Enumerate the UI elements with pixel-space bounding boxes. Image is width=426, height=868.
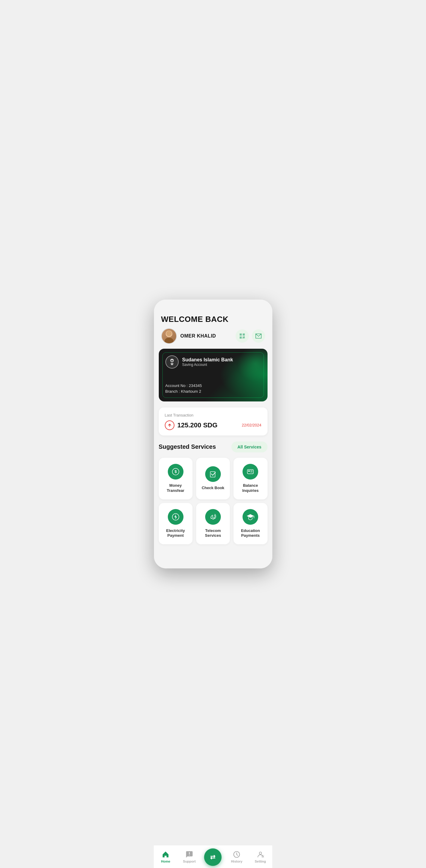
transaction-section: Last Transaction 125.200 SDG 22/02/2024 xyxy=(159,407,267,435)
check-book-label: Check Book xyxy=(202,486,224,491)
bank-info: Sudanes Islamic Bank Saving Account xyxy=(182,357,233,367)
user-info: OMER KHALID xyxy=(161,328,216,344)
electricity-icon-bg xyxy=(168,509,184,525)
balance-inquiries-label: Balance Inquiries xyxy=(236,483,264,493)
account-no-value: 234345 xyxy=(189,383,202,388)
account-no-line: Account No : 234345 xyxy=(165,383,261,388)
money-transfer-label: Money Transfear xyxy=(162,483,190,493)
card-details: Account No : 234345 Branch : Khartoum 2 xyxy=(165,383,261,395)
money-transfer-icon-bg: $ xyxy=(168,464,184,479)
card-section: Sudanes Islamic Bank Saving Account Acco… xyxy=(154,349,272,401)
service-electricity[interactable]: Electricity Payment xyxy=(159,503,193,545)
education-label: Education Payments xyxy=(236,528,264,538)
bank-name: Sudanes Islamic Bank xyxy=(182,357,233,363)
service-check-book[interactable]: Check Book xyxy=(196,458,230,499)
service-education[interactable]: Education Payments xyxy=(233,503,267,545)
branch-label: Branch : xyxy=(165,389,181,394)
telecom-icon xyxy=(209,513,217,521)
svg-text:$: $ xyxy=(174,469,177,474)
electricity-icon xyxy=(171,513,180,521)
check-book-icon-bg xyxy=(205,466,221,482)
branch-value: Khartoum 2 xyxy=(181,389,201,394)
branch-line: Branch : Khartoum 2 xyxy=(165,389,261,394)
svg-rect-20 xyxy=(210,472,215,477)
check-book-icon xyxy=(209,470,217,478)
avatar xyxy=(161,328,177,344)
services-header: Suggested Services All Services xyxy=(159,441,267,453)
svg-rect-12 xyxy=(242,337,243,337)
amount-text: 125.200 SDG xyxy=(177,421,218,429)
account-no-label: Account No : xyxy=(165,383,189,388)
transaction-label: Last Transaction xyxy=(165,413,262,417)
account-type: Saving Account xyxy=(182,363,233,367)
services-title: Suggested Services xyxy=(159,443,216,450)
transaction-row: 125.200 SDG 22/02/2024 xyxy=(165,421,262,430)
welcome-title: WELCOME BACK xyxy=(161,315,265,324)
svg-rect-11 xyxy=(240,337,241,338)
service-money-transfer[interactable]: $ Money Transfear xyxy=(159,458,193,499)
telecom-label: Telecom Services xyxy=(199,528,227,538)
card-content: Sudanes Islamic Bank Saving Account Acco… xyxy=(165,355,261,395)
education-icon xyxy=(246,513,255,521)
balance-inquiries-icon xyxy=(246,467,255,476)
svg-rect-10 xyxy=(243,334,244,335)
svg-rect-22 xyxy=(248,470,250,472)
all-services-button[interactable]: All Services xyxy=(231,441,267,453)
svg-rect-13 xyxy=(243,337,244,337)
header: WELCOME BACK OMER KHALID xyxy=(154,300,272,349)
bank-card[interactable]: Sudanes Islamic Bank Saving Account Acco… xyxy=(159,349,267,401)
svg-point-2 xyxy=(166,331,171,336)
electricity-label: Electricity Payment xyxy=(162,528,190,538)
money-transfer-icon: $ xyxy=(171,467,180,476)
qr-button[interactable] xyxy=(236,330,249,343)
mail-button[interactable] xyxy=(252,330,265,343)
svg-rect-14 xyxy=(242,337,243,338)
transaction-date: 22/02/2024 xyxy=(241,423,261,427)
balance-inquiries-icon-bg xyxy=(242,464,258,479)
bank-logo-icon xyxy=(168,358,176,366)
service-balance-inquiries[interactable]: Balance Inquiries xyxy=(233,458,267,499)
avatar-image xyxy=(162,329,176,343)
user-row: OMER KHALID xyxy=(161,328,265,344)
mail-icon xyxy=(255,333,262,339)
telecom-icon-bg xyxy=(205,509,221,525)
phone-frame: WELCOME BACK OMER KHALID xyxy=(154,300,272,569)
user-name: OMER KHALID xyxy=(181,333,216,339)
card-header: Sudanes Islamic Bank Saving Account xyxy=(165,355,261,369)
svg-rect-15 xyxy=(243,337,244,338)
header-icons xyxy=(236,330,265,343)
services-grid: $ Money Transfear Check Book xyxy=(159,458,267,545)
services-section: Suggested Services All Services $ Money … xyxy=(154,441,272,545)
transaction-amount: 125.200 SDG xyxy=(165,421,218,430)
education-icon-bg xyxy=(242,509,258,525)
arrow-up-icon xyxy=(165,421,174,430)
bank-logo xyxy=(165,355,179,369)
qr-icon xyxy=(239,333,245,339)
screen: WELCOME BACK OMER KHALID xyxy=(154,300,272,569)
svg-rect-21 xyxy=(247,470,253,474)
svg-point-1 xyxy=(164,338,173,343)
svg-rect-9 xyxy=(240,334,241,335)
service-telecom[interactable]: Telecom Services xyxy=(196,503,230,545)
